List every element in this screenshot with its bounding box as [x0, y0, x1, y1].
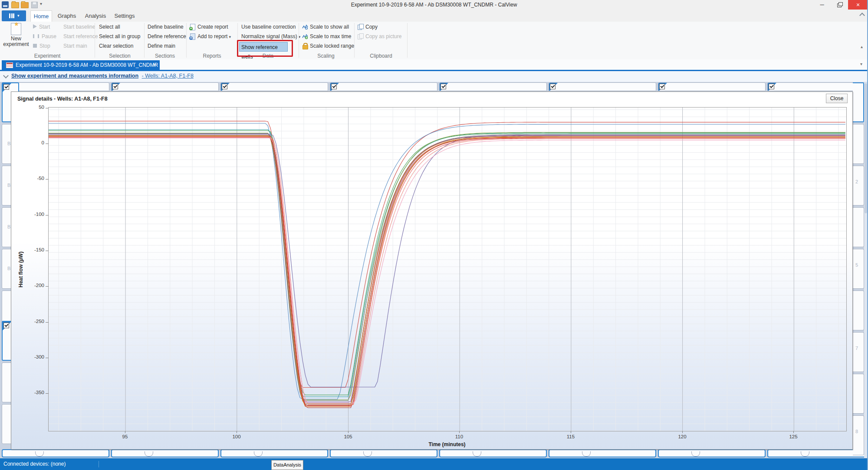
close-button[interactable]: ×	[848, 0, 868, 10]
well-tile-label: 7	[855, 346, 858, 351]
well-tile-right[interactable]	[853, 374, 864, 414]
show-reference-wells-toggle[interactable]: Show reference wells	[239, 42, 288, 52]
add-to-report-dropdown-icon[interactable]: ▾	[229, 35, 231, 39]
x-tick-label: 100	[227, 434, 246, 439]
well-tile-bottom[interactable]	[220, 449, 328, 457]
create-report-button[interactable]: +Create report	[190, 23, 228, 31]
well-tile-right[interactable]: 7	[853, 332, 864, 372]
play-icon	[33, 24, 37, 29]
y-tick-mark	[46, 251, 49, 251]
well-checkbox[interactable]	[222, 84, 227, 89]
well-tile-top[interactable]	[220, 82, 328, 91]
well-tile-top[interactable]	[549, 82, 656, 91]
group-label-data: Data	[239, 53, 297, 59]
well-checkbox[interactable]	[659, 84, 665, 89]
well-checkbox[interactable]	[331, 84, 337, 89]
well-checkbox[interactable]	[3, 84, 9, 90]
select-all-button[interactable]: Select all	[99, 23, 120, 31]
well-tile-right[interactable]	[853, 82, 864, 122]
scale-to-show-all-button[interactable]: Scale to show all	[302, 23, 349, 31]
tab-graphs[interactable]: Graphs	[55, 10, 79, 22]
well-tile-bottom[interactable]	[549, 449, 656, 457]
y-tick-mark	[46, 358, 49, 358]
series-F7	[49, 138, 845, 405]
clear-selection-button[interactable]: Clear selection	[99, 42, 133, 50]
well-checkbox[interactable]	[112, 84, 118, 89]
define-baseline-button[interactable]: Define baseline	[148, 23, 184, 31]
add-to-report-button[interactable]: +Add to report▾	[190, 33, 231, 40]
well-tile-right[interactable]	[853, 290, 864, 330]
tab-home[interactable]: Home	[30, 10, 52, 22]
x-axis-title: Time (minutes)	[404, 441, 490, 447]
well-tile-right[interactable]: 2	[853, 166, 864, 206]
stop-button: Stop	[33, 42, 50, 50]
new-experiment-icon: *	[11, 23, 21, 35]
define-reference-button[interactable]: Define reference	[148, 33, 186, 40]
heat-flow-chart[interactable]	[48, 107, 847, 431]
series-F2	[49, 136, 845, 404]
scroll-up-icon[interactable]: ▴	[861, 44, 863, 49]
well-tile-top[interactable]	[111, 82, 219, 91]
new-experiment-button[interactable]: * New experiment	[3, 23, 30, 52]
scale-to-max-time-button[interactable]: Scale to max time	[302, 33, 351, 40]
well-tile-top[interactable]	[330, 82, 437, 91]
select-all-in-group-button[interactable]: Select all in group	[99, 33, 140, 40]
tab-analysis[interactable]: Analysis	[82, 10, 108, 22]
series-F3	[49, 136, 845, 407]
panel-close-button[interactable]: Close	[826, 94, 848, 103]
document-tab-close-icon[interactable]: ×	[153, 60, 156, 70]
add-to-report-icon: +	[190, 33, 196, 39]
series-F5	[49, 137, 845, 408]
group-label-selection: Selection	[96, 53, 143, 59]
experiment-info-link[interactable]: Show experiment and measurements informa…	[11, 73, 194, 79]
well-checkbox[interactable]	[769, 84, 774, 89]
y-tick-label: -100	[23, 212, 44, 217]
well-tile-bottom[interactable]	[111, 449, 219, 457]
mini-curve-glyph	[691, 451, 700, 457]
well-tile-top[interactable]	[439, 82, 547, 91]
restore-button[interactable]	[831, 0, 848, 10]
well-tile-right[interactable]	[853, 124, 864, 164]
copy-as-picture-icon	[358, 33, 364, 39]
collapse-chevron-icon[interactable]	[3, 73, 9, 78]
use-baseline-correction-button[interactable]: Use baseline correction	[241, 23, 296, 31]
well-tile-right[interactable]: 8	[853, 415, 864, 455]
series-A1	[49, 121, 845, 387]
well-tile-label: 2	[855, 179, 858, 184]
tab-list-dropdown-icon[interactable]: ▾	[860, 62, 862, 66]
minimize-button[interactable]: ─	[813, 0, 831, 10]
title-bar: ▾ Experiment 10-9-2019 6-58 AM - Ab DSM3…	[0, 0, 868, 10]
app-menu-button[interactable]: ▾	[2, 10, 26, 21]
y-tick-mark	[46, 179, 49, 180]
well-tile-right[interactable]: 5	[853, 249, 864, 289]
well-checkbox[interactable]	[3, 323, 9, 328]
y-tick-label: -150	[23, 247, 44, 252]
normalize-signal-button[interactable]: Normalize signal (Mass)▾	[241, 33, 300, 40]
well-tile-bottom[interactable]	[439, 449, 547, 457]
status-separator	[99, 461, 99, 467]
group-label-reports: Reports	[187, 53, 237, 59]
tab-settings[interactable]: Settings	[112, 10, 137, 22]
define-main-button[interactable]: Define main	[148, 42, 175, 50]
mini-curve-glyph	[254, 451, 263, 457]
well-checkbox[interactable]	[441, 84, 446, 89]
scale-locked-range-button[interactable]: Scale locked range	[302, 42, 354, 50]
group-label-scaling: Scaling	[299, 53, 352, 59]
y-tick-label: 0	[23, 140, 44, 145]
ribbon-collapse-icon[interactable]	[859, 13, 865, 18]
series-F1	[49, 135, 845, 405]
info-link-row: Show experiment and measurements informa…	[0, 71, 868, 82]
well-tile-bottom[interactable]	[330, 449, 437, 457]
well-checkbox[interactable]	[550, 84, 556, 89]
series-F8	[49, 138, 845, 403]
well-tile-bottom[interactable]	[2, 449, 109, 457]
well-tile-bottom[interactable]	[658, 449, 766, 457]
well-tile-top[interactable]	[658, 82, 766, 91]
scale-to-show-all-icon	[302, 24, 308, 30]
group-label-clipboard: Clipboard	[355, 53, 407, 59]
copy-button[interactable]: Copy	[358, 23, 378, 31]
document-tab[interactable]: Experiment 10-9-2019 6-58 AM - Ab DSM300…	[2, 60, 160, 70]
taskbar-button-dataanalysis[interactable]: DataAnalysis	[271, 460, 303, 470]
group-label-experiment: Experiment	[3, 53, 92, 59]
well-tile-right[interactable]	[853, 207, 864, 247]
